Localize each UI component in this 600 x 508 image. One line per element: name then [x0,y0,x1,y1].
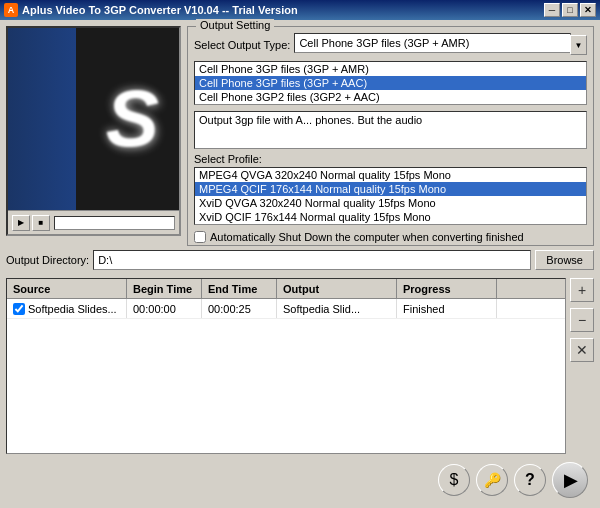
output-type-display[interactable]: Cell Phone 3GP files (3GP + AMR) [294,33,570,53]
auto-shutdown-checkbox[interactable] [194,231,206,243]
maximize-button[interactable]: □ [562,3,578,17]
close-button[interactable]: ✕ [580,3,596,17]
profile-item-0[interactable]: MPEG4 QVGA 320x240 Normal quality 15fps … [195,168,586,182]
col-header-end[interactable]: End Time [202,279,277,298]
col-header-output[interactable]: Output [277,279,397,298]
remove-button[interactable]: − [570,308,594,332]
stop-button[interactable]: ■ [32,215,50,231]
output-dir-input[interactable]: D:\ [93,250,531,270]
cell-progress: Finished [397,299,497,318]
output-type-option-1[interactable]: Cell Phone 3GP files (3GP + AAC) [195,76,586,90]
key-button[interactable]: 🔑 [476,464,508,496]
col-header-progress[interactable]: Progress [397,279,497,298]
cell-output: Softpedia Slid... [277,299,397,318]
output-settings-legend: Output Setting [196,19,274,31]
profile-list: MPEG4 QVGA 320x240 Normal quality 15fps … [194,167,587,225]
video-area: S [8,28,179,210]
output-desc-text: Output 3gp file with A... phones. But th… [199,114,422,126]
video-preview: S ▶ ■ [6,26,181,236]
output-type-row: Select Output Type: Cell Phone 3GP files… [194,33,587,57]
table-and-buttons: Source Begin Time End Time Output Progre… [6,278,594,454]
table-body: Softpedia Slides... 00:00:00 00:00:25 So… [7,299,565,453]
dollar-icon: $ [450,471,459,489]
row-checkbox[interactable] [13,303,25,315]
cell-source: Softpedia Slides... [7,299,127,318]
output-type-option-2[interactable]: Cell Phone 3GP2 files (3GP2 + AAC) [195,90,586,104]
output-dir-label: Output Directory: [6,254,89,266]
minimize-button[interactable]: ─ [544,3,560,17]
browse-button[interactable]: Browse [535,250,594,270]
window-controls: ─ □ ✕ [544,3,596,17]
video-controls-bar: ▶ ■ [8,210,179,234]
profile-item-2[interactable]: XviD QVGA 320x240 Normal quality 15fps M… [195,196,586,210]
add-button[interactable]: + [570,278,594,302]
output-settings-panel: Output Setting Select Output Type: Cell … [187,26,594,246]
output-type-list: Cell Phone 3GP files (3GP + AMR) Cell Ph… [194,61,587,105]
col-header-begin[interactable]: Begin Time [127,279,202,298]
help-icon: ? [525,471,535,489]
bottom-section: $ 🔑 ? ▶ [6,458,594,502]
auto-shutdown-row: Automatically Shut Down the computer whe… [194,231,587,243]
convert-play-button[interactable]: ▶ [552,462,588,498]
delete-button[interactable]: ✕ [570,338,594,362]
output-type-option-0[interactable]: Cell Phone 3GP files (3GP + AMR) [195,62,586,76]
help-button[interactable]: ? [514,464,546,496]
title-text: Aplus Video To 3GP Converter V10.04 -- T… [22,4,298,16]
profile-item-1[interactable]: MPEG4 QCIF 176x144 Normal quality 15fps … [195,182,586,196]
title-bar: A Aplus Video To 3GP Converter V10.04 --… [0,0,600,20]
output-type-label: Select Output Type: [194,39,290,51]
profile-item-3[interactable]: XviD QCIF 176x144 Normal quality 15fps M… [195,210,586,224]
play-icon: ▶ [564,469,578,491]
top-section: S ▶ ■ Output Setting Select Output Type:… [6,26,594,246]
output-type-arrow[interactable]: ▼ [570,35,587,55]
dollar-button[interactable]: $ [438,464,470,496]
table-header: Source Begin Time End Time Output Progre… [7,279,565,299]
cell-end-time: 00:00:25 [202,299,277,318]
file-table: Source Begin Time End Time Output Progre… [6,278,566,454]
app-icon: A [4,3,18,17]
output-dir-section: Output Directory: D:\ Browse [6,250,594,270]
play-button[interactable]: ▶ [12,215,30,231]
seek-bar[interactable] [54,216,175,230]
main-window: S ▶ ■ Output Setting Select Output Type:… [0,20,600,508]
cell-begin-time: 00:00:00 [127,299,202,318]
middle-section: Source Begin Time End Time Output Progre… [6,278,594,454]
output-description-box: Output 3gp file with A... phones. But th… [194,111,587,149]
table-row[interactable]: Softpedia Slides... 00:00:00 00:00:25 So… [7,299,565,319]
output-type-dropdown-container: Cell Phone 3GP files (3GP + AMR) ▼ [294,33,587,57]
key-icon: 🔑 [484,472,501,488]
side-buttons: + − ✕ [570,278,594,454]
video-s-letter: S [106,73,159,165]
auto-shutdown-label: Automatically Shut Down the computer whe… [210,231,524,243]
profile-label: Select Profile: [194,153,587,165]
col-header-source[interactable]: Source [7,279,127,298]
